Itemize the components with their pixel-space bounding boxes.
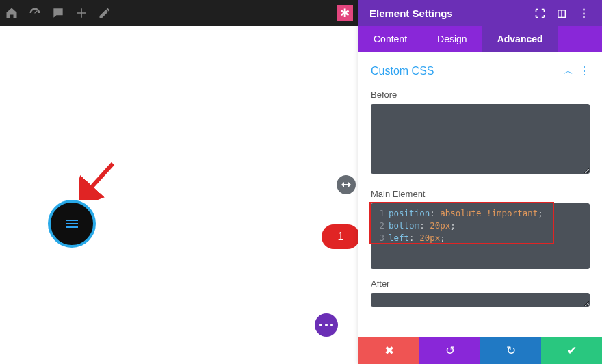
section-custom-css[interactable]: Custom CSS ︿ ⋮ [371, 60, 590, 87]
more-icon[interactable]: ⋮ [576, 7, 591, 19]
panel-body: Custom CSS ︿ ⋮ Before Main Element 1posi… [358, 52, 602, 337]
close-icon: ✖ [384, 343, 394, 358]
save-button[interactable]: ✔ [541, 337, 602, 364]
cancel-button[interactable]: ✖ [358, 337, 419, 364]
undo-button[interactable]: ↺ [419, 337, 480, 364]
section-title: Custom CSS [371, 65, 434, 77]
after-textarea[interactable] [371, 293, 590, 307]
callout-number: 1 [322, 224, 360, 249]
resize-handle[interactable] [337, 175, 356, 194]
floating-menu-button[interactable] [48, 200, 96, 248]
module-actions-fab[interactable] [315, 313, 338, 337]
notification-badge[interactable]: ✱ [337, 5, 353, 21]
badge-glyph: ✱ [340, 6, 350, 21]
chevron-up-icon[interactable]: ︿ [564, 65, 573, 77]
check-icon: ✔ [567, 343, 577, 358]
panel-header: Element Settings ⛶ ◫ ⋮ [358, 0, 602, 26]
redo-icon: ↻ [506, 343, 516, 358]
hamburger-icon [66, 220, 78, 228]
editor-canvas: 1 [0, 26, 358, 364]
svg-line-0 [87, 164, 113, 192]
undo-icon: ↺ [445, 343, 455, 358]
expand-icon[interactable]: ⛶ [532, 8, 547, 19]
before-label: Before [371, 90, 590, 100]
tab-content[interactable]: Content [358, 26, 422, 52]
columns-icon[interactable]: ◫ [554, 7, 569, 19]
pencil-icon[interactable] [93, 0, 116, 26]
admin-topbar: ✱ [0, 0, 358, 26]
plus-icon[interactable] [70, 0, 93, 26]
element-settings-panel: Element Settings ⛶ ◫ ⋮ Content Design Ad… [358, 0, 602, 364]
arrow-annotation [79, 159, 120, 200]
redo-button[interactable]: ↻ [480, 337, 541, 364]
after-label: After [371, 278, 590, 289]
resize-icon [341, 181, 352, 189]
section-more-icon[interactable]: ⋮ [579, 64, 590, 77]
home-icon[interactable] [0, 0, 23, 26]
main-element-code[interactable]: 1position: absolute !important; 2bottom:… [371, 203, 590, 269]
step-callout-1: 1 [322, 224, 360, 249]
comment-icon[interactable] [47, 0, 70, 26]
main-element-label: Main Element [371, 189, 590, 199]
panel-title: Element Settings [369, 8, 453, 19]
panel-tabs: Content Design Advanced [358, 26, 602, 52]
tab-advanced[interactable]: Advanced [482, 26, 558, 52]
dashboard-icon[interactable] [23, 0, 47, 26]
tab-design[interactable]: Design [422, 26, 482, 52]
before-textarea[interactable] [371, 104, 590, 174]
panel-footer: ✖ ↺ ↻ ✔ [358, 337, 602, 364]
